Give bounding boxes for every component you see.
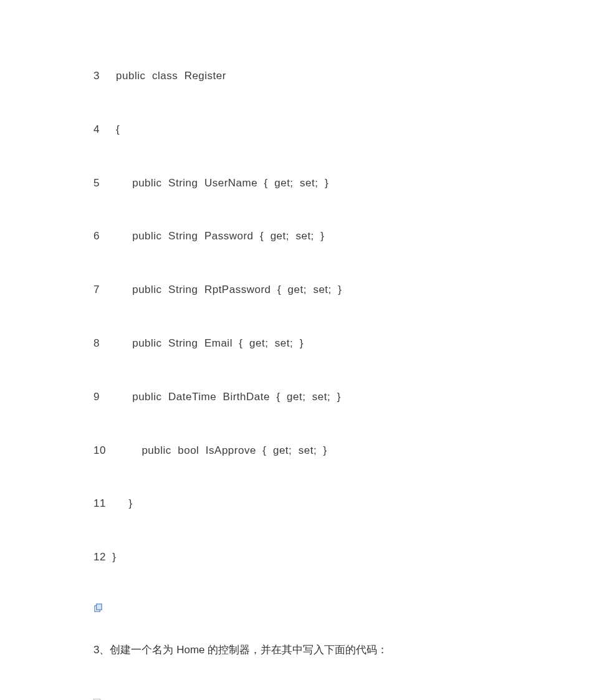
line-number: 11 xyxy=(93,496,106,511)
line-number: 5 xyxy=(93,176,100,191)
code-text: public bool IsApprove { get; set; } xyxy=(106,444,327,456)
code-text: public String Password { get; set; } xyxy=(100,230,325,242)
line-number: 7 xyxy=(93,282,100,297)
code-line: 10 public bool IsApprove { get; set; } xyxy=(93,443,496,458)
code-line: 3 public class Register xyxy=(93,69,496,84)
svg-rect-1 xyxy=(97,604,102,610)
code-text: public DateTime BirthDate { get; set; } xyxy=(100,391,341,403)
code-text: } xyxy=(106,551,117,563)
line-number: 9 xyxy=(93,390,100,405)
code-line: 7 public String RptPassword { get; set; … xyxy=(93,282,496,297)
code-block: 3 public class Register 4 { 5 public Str… xyxy=(93,69,496,565)
code-text: } xyxy=(106,497,133,509)
code-line: 5 public String UserName { get; set; } xyxy=(93,176,496,191)
code-text: public String Email { get; set; } xyxy=(100,337,304,349)
line-number: 3 xyxy=(93,69,100,84)
line-number: 10 xyxy=(93,443,106,458)
code-text: public String RptPassword { get; set; } xyxy=(100,284,342,295)
step-description: 3、创建一个名为 Home 的控制器，并在其中写入下面的代码： xyxy=(93,643,496,658)
code-line: 6 public String Password { get; set; } xyxy=(93,229,496,244)
code-text: public String UserName { get; set; } xyxy=(100,177,328,189)
code-text: { xyxy=(100,123,120,135)
code-line: 8 public String Email { get; set; } xyxy=(93,336,496,351)
line-number: 6 xyxy=(93,229,100,244)
collapse-toggle-icon[interactable]: − xyxy=(93,694,496,700)
copy-icon[interactable] xyxy=(93,603,496,613)
code-line: 12 } xyxy=(93,550,496,565)
code-line: 4 { xyxy=(93,122,496,137)
code-line: 11 } xyxy=(93,496,496,511)
code-line: 9 public DateTime BirthDate { get; set; … xyxy=(93,390,496,405)
line-number: 12 xyxy=(93,550,106,565)
line-number: 4 xyxy=(93,122,100,137)
code-text: public class Register xyxy=(100,70,226,82)
line-number: 8 xyxy=(93,336,100,351)
